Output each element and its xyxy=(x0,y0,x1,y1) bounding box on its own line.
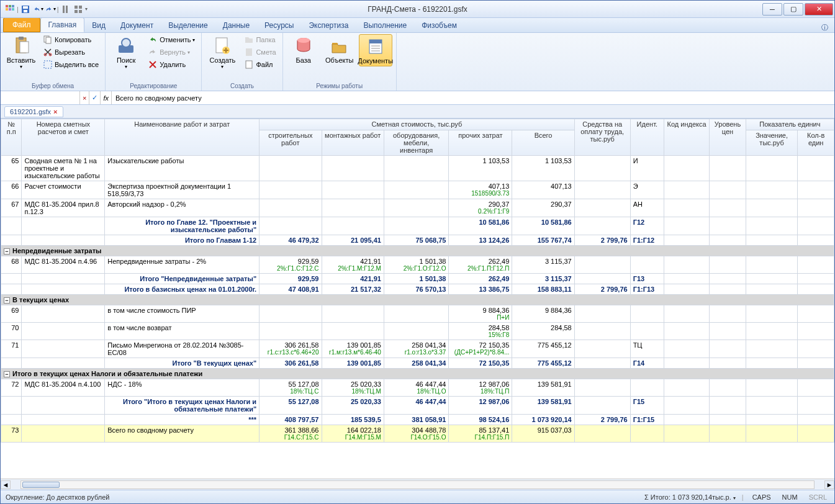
formula-ok[interactable]: ✓ xyxy=(89,91,101,104)
tab-resources[interactable]: Ресурсы xyxy=(257,19,301,32)
formula-input[interactable] xyxy=(112,94,834,102)
row-num[interactable]: 70 xyxy=(1,323,22,340)
create-button[interactable]: Создать▾ xyxy=(205,34,239,71)
cell[interactable]: 1 501,38 xyxy=(384,274,449,284)
close-button[interactable]: ✕ xyxy=(805,3,833,16)
ident-cell[interactable]: ТЦ xyxy=(630,340,664,358)
row-code[interactable] xyxy=(22,425,105,443)
ident-cell[interactable] xyxy=(630,256,664,274)
tab-execution[interactable]: Выполнение xyxy=(356,19,414,32)
cell[interactable]: 361 388,66Г14.С:Г15.С xyxy=(260,425,322,443)
cell[interactable]: 21 095,41 xyxy=(322,235,384,246)
delete-button[interactable]: Удалить xyxy=(145,59,197,70)
cell[interactable] xyxy=(260,305,322,323)
row-code[interactable]: МДС 81-35.2004 прил.8 п.12.3 xyxy=(22,199,105,217)
paste-button[interactable]: Вставить▾ xyxy=(4,34,38,71)
cell[interactable]: 306 261,58 xyxy=(260,358,322,369)
cell[interactable]: 139 581,91 xyxy=(512,379,574,397)
row-code[interactable]: Сводная смета № 1 на проектные и изыскат… xyxy=(22,156,105,181)
col-other[interactable]: прочих затрат xyxy=(449,130,512,156)
cell[interactable] xyxy=(322,217,384,235)
cell[interactable] xyxy=(384,199,449,217)
cell[interactable] xyxy=(384,305,449,323)
col-pp[interactable]: № п.п xyxy=(1,119,22,156)
cell[interactable]: 1 103,53 xyxy=(512,156,574,181)
ident-cell[interactable]: Г14 xyxy=(630,358,664,369)
maximize-button[interactable]: ▢ xyxy=(783,3,803,16)
row-code[interactable] xyxy=(22,323,105,340)
cell[interactable]: 1 103,53 xyxy=(449,156,512,181)
ident-cell[interactable]: Г15 xyxy=(630,397,664,415)
cell[interactable] xyxy=(574,199,630,217)
col-level[interactable]: Уровень цен xyxy=(710,119,746,156)
cell[interactable]: 10 581,86 xyxy=(512,217,574,235)
cell[interactable]: 775 455,12 xyxy=(512,358,574,369)
cell[interactable]: 3 115,37 xyxy=(512,256,574,274)
redo-button[interactable]: Вернуть ▾ xyxy=(145,47,197,58)
total-name[interactable]: Итого по Главам 1-12 xyxy=(105,235,260,246)
section-cell[interactable]: −Непредвиденные затраты xyxy=(1,246,834,256)
ident-cell[interactable] xyxy=(630,305,664,323)
col-znach[interactable]: Значение, тыс.руб xyxy=(746,130,798,156)
cell[interactable]: 407,13 xyxy=(512,181,574,199)
qat-save-icon[interactable] xyxy=(20,4,31,15)
collapse-icon[interactable]: − xyxy=(4,297,10,304)
cell[interactable]: 25 020,33 xyxy=(322,397,384,415)
cell[interactable] xyxy=(574,323,630,340)
row-code[interactable]: Расчет стоимости xyxy=(22,181,105,199)
row-name[interactable]: Непредвиденные затраты - 2% xyxy=(105,256,260,274)
file-button[interactable]: Файл xyxy=(241,59,278,70)
total-name[interactable]: Итого "Непредвиденные затраты" xyxy=(105,274,260,284)
row-name[interactable]: Всего по сводному расчету xyxy=(105,425,260,443)
ident-cell[interactable]: АН xyxy=(630,199,664,217)
cell[interactable]: 46 447,44 xyxy=(384,397,449,415)
cell[interactable]: 381 058,91 xyxy=(384,415,449,425)
row-num[interactable]: 68 xyxy=(1,256,22,274)
cell[interactable] xyxy=(574,340,630,358)
cell[interactable]: 139 001,85 xyxy=(322,358,384,369)
cell[interactable]: 2 799,76 xyxy=(574,284,630,295)
cell[interactable]: 408 797,57 xyxy=(260,415,322,425)
row-num[interactable]: 73 xyxy=(1,425,22,443)
cell[interactable]: 284,5815%:Г8 xyxy=(449,323,512,340)
cell[interactable]: 775 455,12 xyxy=(512,340,574,358)
qat-tool2-icon[interactable] xyxy=(73,4,84,15)
cell[interactable] xyxy=(574,305,630,323)
row-name[interactable]: в том числе возврат xyxy=(105,323,260,340)
cell[interactable]: 1 073 920,14 xyxy=(512,415,574,425)
doc-tab[interactable]: 6192201.gsfx× xyxy=(4,106,63,117)
cell[interactable]: 290,37 xyxy=(512,199,574,217)
cell[interactable]: 421,912%:Г1.М:Г12.М xyxy=(322,256,384,274)
cell[interactable]: 9 884,36П+И xyxy=(449,305,512,323)
hscroll-thumb[interactable] xyxy=(22,482,60,488)
cell[interactable]: 2 799,76 xyxy=(574,415,630,425)
estimate-button[interactable]: Смета xyxy=(241,47,278,58)
cell[interactable]: 3 115,37 xyxy=(512,274,574,284)
col-ident[interactable]: Идент. xyxy=(630,119,664,156)
col-total[interactable]: Всего xyxy=(512,130,574,156)
cell[interactable]: 46 447,4418%:ТЦ.О xyxy=(384,379,449,397)
collapse-icon[interactable]: − xyxy=(4,371,10,377)
cut-button[interactable]: Вырезать xyxy=(40,47,101,58)
cell[interactable] xyxy=(574,397,630,415)
cell[interactable]: 155 767,74 xyxy=(512,235,574,246)
undo-button[interactable]: Отменить ▾ xyxy=(145,34,197,45)
scroll-left[interactable]: ◄ xyxy=(1,480,11,489)
row-name[interactable]: НДС - 18% xyxy=(105,379,260,397)
cell[interactable] xyxy=(322,156,384,181)
tab-data[interactable]: Данные xyxy=(215,19,257,32)
cell[interactable]: 12 987,06 xyxy=(449,397,512,415)
qat-redo-icon[interactable]: ▾ xyxy=(45,4,56,15)
cell[interactable] xyxy=(384,181,449,199)
col-kolvo[interactable]: Кол-в един xyxy=(798,130,834,156)
documents-button[interactable]: Документы xyxy=(359,34,392,66)
row-name[interactable]: Экспертиза проектной документации 1 518,… xyxy=(105,181,260,199)
tab-view[interactable]: Вид xyxy=(84,19,113,32)
total-name[interactable]: Итого в базисных ценах на 01.01.2000г. xyxy=(105,284,260,295)
cell[interactable]: 25 020,3318%:ТЦ.М xyxy=(322,379,384,397)
cell[interactable]: 262,492%:Г1.П:Г12.П xyxy=(449,256,512,274)
selectall-button[interactable]: Выделить все xyxy=(40,59,101,70)
cell[interactable] xyxy=(574,256,630,274)
col-equip[interactable]: оборудования, мебели, инвентаря xyxy=(384,130,449,156)
cell[interactable]: 407,131518590/3.73 xyxy=(449,181,512,199)
